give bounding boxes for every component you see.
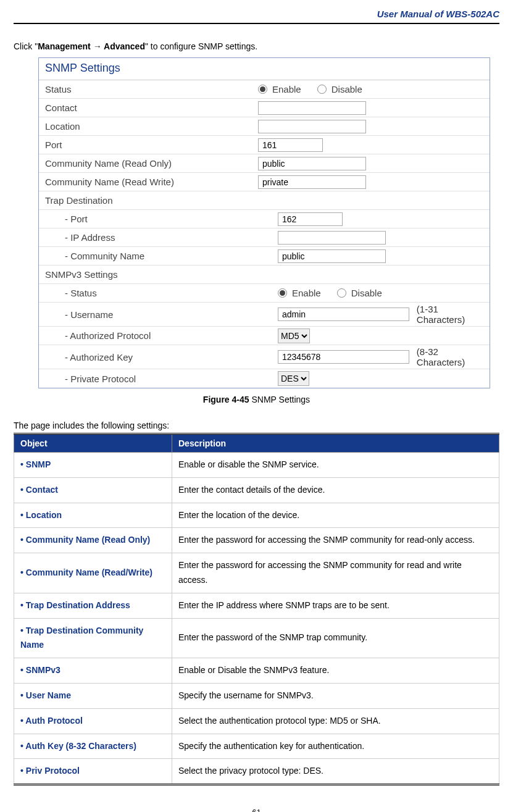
community-rw-label: Community Name (Read Write) <box>45 174 258 190</box>
figure-caption: Figure 4-45 SNMP Settings <box>14 395 499 404</box>
table-row: SNMPv3Enable or Disable the SNMPv3 featu… <box>14 658 499 684</box>
v3-enable-text: Enable <box>292 288 321 298</box>
object-cell: Location <box>14 503 172 528</box>
description-cell: Specify the authentication key for authe… <box>172 734 499 759</box>
snmp-settings-figure: SNMP Settings Status Enable Disable Cont… <box>38 57 490 388</box>
table-row: Trap Destination Community NameEnter the… <box>14 618 499 658</box>
v3-pproto-select[interactable]: DES <box>278 371 309 386</box>
trap-ip-input[interactable] <box>278 231 386 245</box>
table-row: LocationEnter the location of the device… <box>14 503 499 528</box>
intro-suffix: " to configure SNMP settings. <box>145 41 257 51</box>
object-cell: SNMPv3 <box>14 658 172 684</box>
v3-aproto-select[interactable]: MD5 <box>278 329 310 343</box>
row-trap-port: Port <box>39 210 490 228</box>
status-enable-text: Enable <box>272 84 301 94</box>
contact-input[interactable] <box>258 101 366 115</box>
description-cell: Enter the password for accessing the SNM… <box>172 528 499 553</box>
row-status: Status Enable Disable <box>39 80 490 99</box>
nav-advanced: Advanced <box>104 41 145 51</box>
object-cell: Auth Protocol <box>14 708 172 734</box>
intro-text: Click "Management → Advanced" to configu… <box>14 41 499 51</box>
trap-ip-label: IP Address <box>45 230 278 245</box>
object-cell: Community Name (Read/Write) <box>14 553 172 593</box>
status-disable-text: Disable <box>332 84 362 94</box>
location-input[interactable] <box>258 120 366 133</box>
object-cell: User Name <box>14 683 172 708</box>
description-cell: Enter the contact details of the device. <box>172 477 499 503</box>
trap-community-input[interactable] <box>278 249 386 263</box>
v3-disable-radio[interactable] <box>337 288 346 298</box>
description-cell: Enter the password for accessing the SNM… <box>172 553 499 593</box>
description-cell: Select the authentication protocol type:… <box>172 708 499 734</box>
v3-akey-hint: (8-32 Characters) <box>417 346 483 367</box>
port-input[interactable] <box>258 138 323 152</box>
status-disable-radio[interactable] <box>317 85 327 94</box>
row-community-rw: Community Name (Read Write) <box>39 173 490 191</box>
page-number: -61- <box>14 808 499 812</box>
community-ro-input[interactable] <box>258 157 366 170</box>
port-label: Port <box>45 137 258 153</box>
row-trap-section: Trap Destination <box>39 191 490 210</box>
community-rw-input[interactable] <box>258 175 366 189</box>
object-cell: Trap Destination Address <box>14 593 172 618</box>
trap-port-label: Port <box>45 211 278 227</box>
description-cell: Enter the location of the device. <box>172 503 499 528</box>
v3-section-label: SNMPv3 Settings <box>45 267 258 282</box>
nav-management: Management <box>38 41 91 51</box>
status-label: Status <box>45 82 258 97</box>
row-contact: Contact <box>39 99 490 117</box>
table-row: Community Name (Read Only)Enter the pass… <box>14 528 499 553</box>
object-cell: Community Name (Read Only) <box>14 528 172 553</box>
community-ro-label: Community Name (Read Only) <box>45 156 258 171</box>
object-cell: Auth Key (8-32 Characters) <box>14 734 172 759</box>
description-cell: Enable or disable the SNMP service. <box>172 453 499 478</box>
description-cell: Enable or Disable the SNMPv3 feature. <box>172 658 499 684</box>
row-port: Port <box>39 136 490 154</box>
trap-community-label: Community Name <box>45 248 278 264</box>
th-description: Description <box>172 434 499 453</box>
row-location: Location <box>39 117 490 136</box>
table-row: Trap Destination AddressEnter the IP add… <box>14 593 499 618</box>
caption-bold: Figure 4-45 <box>203 395 249 404</box>
location-label: Location <box>45 119 258 134</box>
row-v3-aproto: Authorized Protocol MD5 <box>39 327 490 345</box>
object-cell: SNMP <box>14 453 172 478</box>
table-row: Auth Key (8-32 Characters)Specify the au… <box>14 734 499 759</box>
table-row: User NameSpecify the username for SNMPv3… <box>14 683 499 708</box>
table-row: SNMPEnable or disable the SNMP service. <box>14 453 499 478</box>
row-v3-status: Status Enable Disable <box>39 284 490 303</box>
table-row: ContactEnter the contact details of the … <box>14 477 499 503</box>
table-row: Auth ProtocolSelect the authentication p… <box>14 708 499 734</box>
row-v3-username: Username (1-31 Characters) <box>39 303 490 327</box>
row-community-ro: Community Name (Read Only) <box>39 154 490 173</box>
caption-rest: SNMP Settings <box>249 395 311 404</box>
row-v3-pproto: Private Protocol DES <box>39 369 490 388</box>
v3-akey-input[interactable] <box>278 350 409 364</box>
object-cell: Contact <box>14 477 172 503</box>
v3-user-input[interactable] <box>278 308 409 321</box>
row-trap-community: Community Name <box>39 247 490 266</box>
row-trap-ip: IP Address <box>39 228 490 247</box>
description-table: Object Description SNMPEnable or disable… <box>14 433 499 785</box>
v3-akey-label: Authorized Key <box>45 349 278 365</box>
arrow-icon: → <box>91 41 104 51</box>
description-cell: Select the privacy protocol type: DES. <box>172 759 499 785</box>
row-v3-akey: Authorized Key (8-32 Characters) <box>39 345 490 369</box>
page-header-title: User Manual of WBS-502AC <box>14 0 499 23</box>
figure-title: SNMP Settings <box>39 58 490 80</box>
contact-label: Contact <box>45 100 258 115</box>
v3-status-label: Status <box>45 285 278 301</box>
description-cell: Enter the password of the SNMP trap comm… <box>172 618 499 658</box>
status-enable-radio[interactable] <box>258 85 267 94</box>
th-object: Object <box>14 434 172 453</box>
v3-enable-radio[interactable] <box>278 288 287 298</box>
object-cell: Priv Protocol <box>14 759 172 785</box>
v3-user-hint: (1-31 Characters) <box>417 304 483 325</box>
v3-aproto-label: Authorized Protocol <box>45 328 278 343</box>
v3-user-label: Username <box>45 307 278 322</box>
trap-section-label: Trap Destination <box>45 193 258 208</box>
v3-pproto-label: Private Protocol <box>45 371 278 387</box>
intro-prefix: Click " <box>14 41 38 51</box>
trap-port-input[interactable] <box>278 212 343 226</box>
header-rule <box>14 23 499 24</box>
